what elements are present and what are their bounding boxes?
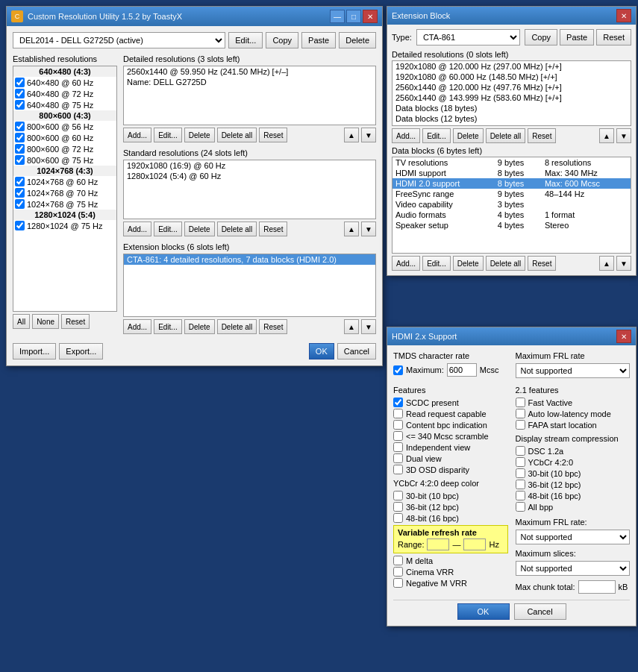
extension-item[interactable]: CTA-861: 4 detailed resolutions, 7 data … — [124, 254, 375, 265]
max-frl-dropdown[interactable]: Not supported — [516, 363, 631, 378]
extension-delete-button[interactable]: Delete — [184, 319, 215, 334]
fapa-checkbox[interactable] — [516, 420, 525, 430]
type-dropdown[interactable]: CTA-861 — [416, 29, 521, 45]
established-item[interactable]: 1280×1024 @ 75 Hz — [13, 220, 116, 231]
dsc-30bit-checkbox[interactable] — [516, 468, 525, 478]
minimize-button[interactable]: — — [330, 10, 345, 23]
table-row[interactable]: HDMI 2.0 support 8 bytes Max: 600 Mcsc — [393, 178, 631, 189]
vrr-min-input[interactable] — [427, 538, 449, 550]
extension-deleteall-button[interactable]: Delete all — [217, 319, 257, 334]
data-reset-button[interactable]: Reset — [528, 256, 556, 271]
standard-up-button[interactable]: ▲ — [344, 222, 359, 236]
data-delete-button[interactable]: Delete — [453, 256, 484, 271]
table-row[interactable]: Speaker setup 4 bytes Stereo — [393, 220, 631, 230]
standard-listbox[interactable]: 1920x1080 (16:9) @ 60 Hz 1280x1024 (5:4)… — [123, 160, 376, 219]
extension-listbox[interactable]: CTA-861: 4 detailed resolutions, 7 data … — [123, 254, 376, 317]
established-item[interactable]: 1024×768 @ 70 Hz — [13, 187, 116, 198]
ext-detailed-up[interactable]: ▲ — [599, 128, 614, 143]
import-button[interactable]: Import... — [13, 343, 56, 359]
auto-latency-checkbox[interactable] — [516, 409, 525, 418]
detailed-delete-button[interactable]: Delete — [184, 128, 215, 142]
none-button[interactable]: None — [32, 314, 59, 329]
established-item[interactable]: 1024×768 @ 75 Hz — [13, 198, 116, 210]
scramble-checkbox[interactable] — [393, 431, 403, 441]
ext-detailed-deleteall[interactable]: Delete all — [486, 128, 526, 143]
ext-detailed-down[interactable]: ▼ — [616, 128, 631, 143]
table-row[interactable]: HDMI support 8 bytes Max: 340 MHz — [393, 168, 631, 178]
detailed-edit-button[interactable]: Edit... — [154, 128, 182, 142]
ok-button[interactable]: OK — [309, 343, 334, 359]
dsc-allbpp-checkbox[interactable] — [516, 502, 525, 512]
established-item[interactable]: 800×600 @ 56 Hz — [13, 121, 116, 132]
standard-down-button[interactable]: ▼ — [361, 222, 376, 236]
data-deleteall-button[interactable]: Delete all — [486, 256, 526, 271]
table-row[interactable]: Audio formats 4 bytes 1 format — [393, 210, 631, 220]
m-delta-checkbox[interactable] — [393, 556, 403, 565]
detailed-reset-button[interactable]: Reset — [259, 128, 287, 142]
standard-delete-button[interactable]: Delete — [184, 222, 215, 236]
ext-detailed-delete[interactable]: Delete — [453, 128, 484, 143]
established-item[interactable]: 640×480 @ 72 Hz — [13, 88, 116, 99]
dsc-12a-checkbox[interactable] — [516, 446, 525, 456]
ycbcr-48-checkbox[interactable] — [393, 513, 403, 523]
table-row[interactable]: FreeSync range 9 bytes 48–144 Hz — [393, 189, 631, 199]
extension-edit-button[interactable]: Edit... — [154, 319, 182, 334]
edit-button[interactable]: Edit... — [228, 32, 263, 48]
ext-detailed-listbox[interactable]: 1920x1080 @ 120.000 Hz (297.00 MHz) [+/+… — [392, 60, 631, 126]
established-item[interactable]: 1024×768 @ 60 Hz — [13, 176, 116, 187]
export-button[interactable]: Export... — [59, 343, 103, 359]
max-slices-dropdown[interactable]: Not supported — [516, 561, 631, 576]
detailed-up-button[interactable]: ▲ — [344, 128, 359, 142]
maximize-button[interactable]: □ — [346, 10, 361, 23]
established-item[interactable]: 800×600 @ 72 Hz — [13, 143, 116, 154]
ext-detailed-add[interactable]: Add... — [392, 128, 420, 143]
established-item[interactable]: 800×600 @ 75 Hz — [13, 154, 116, 166]
extension-up-button[interactable]: ▲ — [344, 319, 359, 334]
reset-button[interactable]: Reset — [61, 314, 90, 329]
max-frl-rate-dropdown[interactable]: Not supported — [516, 530, 631, 544]
3d-checkbox[interactable] — [393, 465, 403, 474]
data-blocks-listbox[interactable]: TV resolutions 9 bytes 8 resolutions HDM… — [392, 157, 631, 254]
ycbcr-30-checkbox[interactable] — [393, 491, 403, 500]
hdmi-close-button[interactable]: ✕ — [616, 330, 631, 343]
cancel-button[interactable]: Cancel — [337, 343, 376, 359]
delete-button[interactable]: Delete — [339, 32, 376, 48]
vrr-max-input[interactable] — [463, 538, 486, 550]
copy-button[interactable]: Copy — [266, 32, 298, 48]
extension-add-button[interactable]: Add... — [123, 319, 151, 334]
dual-checkbox[interactable] — [393, 453, 403, 463]
hdmi-ok-button[interactable]: OK — [457, 603, 510, 620]
max-chunk-input[interactable] — [578, 580, 616, 594]
ext-close-button[interactable]: ✕ — [616, 9, 631, 22]
content-checkbox[interactable] — [393, 420, 403, 430]
paste-button[interactable]: Paste — [301, 32, 336, 48]
standard-add-button[interactable]: Add... — [123, 222, 151, 236]
cinema-vrr-checkbox[interactable] — [393, 567, 403, 577]
ext-detailed-edit[interactable]: Edit... — [422, 128, 451, 143]
detailed-listbox[interactable]: 2560x1440 @ 59.950 Hz (241.50 MHz) [+/–]… — [123, 66, 376, 125]
table-row[interactable]: Video capability 3 bytes — [393, 199, 631, 210]
standard-deleteall-button[interactable]: Delete all — [217, 222, 257, 236]
ycbcr-36-checkbox[interactable] — [393, 502, 403, 512]
established-item[interactable]: 640×480 @ 75 Hz — [13, 99, 116, 110]
established-listbox[interactable]: 640×480 (4:3) 640×480 @ 60 Hz 640×480 @ … — [13, 66, 117, 312]
dsc-36bit-checkbox[interactable] — [516, 480, 525, 489]
established-item[interactable]: 800×600 @ 60 Hz — [13, 132, 116, 143]
indep-checkbox[interactable] — [393, 442, 403, 452]
standard-edit-button[interactable]: Edit... — [154, 222, 182, 236]
close-button[interactable]: ✕ — [363, 10, 378, 23]
standard-reset-button[interactable]: Reset — [259, 222, 287, 236]
hdmi-cancel-button[interactable]: Cancel — [514, 603, 566, 620]
extension-down-button[interactable]: ▼ — [361, 319, 376, 334]
table-row[interactable]: TV resolutions 9 bytes 8 resolutions — [393, 157, 631, 168]
read-checkbox[interactable] — [393, 409, 403, 418]
data-edit-button[interactable]: Edit... — [422, 256, 451, 271]
extension-reset-button[interactable]: Reset — [259, 319, 287, 334]
detailed-deleteall-button[interactable]: Delete all — [217, 128, 257, 142]
ext-copy-button[interactable]: Copy — [525, 29, 557, 45]
scdc-checkbox[interactable] — [393, 398, 403, 407]
dsc-48bit-checkbox[interactable] — [516, 491, 525, 500]
ext-detailed-reset[interactable]: Reset — [528, 128, 556, 143]
tmds-maximum-input[interactable] — [447, 363, 477, 377]
ext-reset-button[interactable]: Reset — [596, 29, 631, 45]
